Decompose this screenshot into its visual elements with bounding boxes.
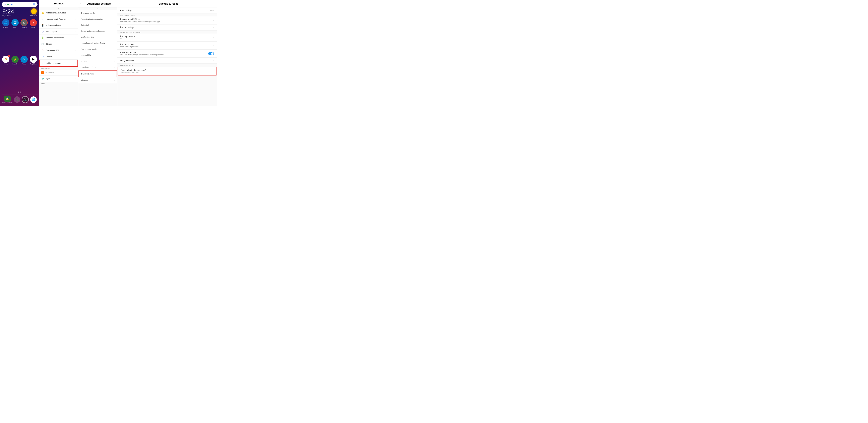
scroll-hint-up2: ▲ (78, 7, 117, 10)
backup-header: ‹ Backup & reset (117, 0, 217, 7)
additional-item-accessibility[interactable]: Accessibility › (78, 52, 117, 58)
backup-item-backupsettings[interactable]: Backup settings › (117, 25, 217, 31)
settings-item-sync[interactable]: ↻ Sync › (39, 76, 78, 82)
label-enterprise: Enterprise mode (81, 12, 114, 14)
backup-item-factory-reset[interactable]: Erase all data (factory reset) Erases al… (118, 67, 217, 75)
chevron-icon: › (75, 62, 75, 64)
additional-item-headphones[interactable]: Headphones & audio effects › (78, 40, 117, 46)
label-autobackups: Auto backups (120, 9, 210, 11)
homescreen-icon: ⌂ (41, 18, 44, 21)
google-logo: Google (4, 3, 13, 6)
backup-item-backupmydata[interactable]: Back up my data On › (117, 33, 217, 41)
app-grid: 🌐 Browser 🖼 Gallery ⚙ Settings ♪ Music G (2, 19, 37, 90)
additional-item-developer[interactable]: Developer options › (78, 64, 117, 70)
settings-label-fullscreen: Full screen display (46, 24, 75, 26)
settings-item-homescreen[interactable]: ⌂ Home screen & Recents › (39, 16, 78, 22)
chevron-icon: › (114, 18, 115, 20)
label-headphones: Headphones & audio effects (81, 42, 114, 44)
app-security[interactable]: ⚡ Security (11, 56, 19, 91)
additional-item-onehanded[interactable]: One-handed mode › (78, 46, 117, 52)
chevron-icon: › (114, 30, 115, 32)
chevron-icon: › (75, 12, 76, 14)
label-restore-micloud: Restore from Mi Cloud (120, 18, 213, 21)
app-gallery[interactable]: 🖼 Gallery (11, 19, 19, 54)
chevron-icon: › (75, 72, 76, 74)
label-authorization: Authorization & revocation (81, 18, 114, 20)
dot-indicator (20, 92, 21, 93)
label-gestures: Button and gesture shortcuts (81, 30, 114, 32)
label-googleaccount: Google Account (120, 59, 213, 62)
camera-icon: 📷 (22, 96, 29, 103)
settings-item-emergency[interactable]: ⚠ Emergency SOS › (39, 47, 78, 53)
backup-item-autobackups[interactable]: Auto backups Off › (117, 7, 217, 13)
app-google[interactable]: G 1 Google (2, 56, 10, 91)
sublabel-backupmydata: On (120, 38, 213, 39)
settings-label-miaccount: Mi Account (45, 72, 75, 74)
additional-item-gestures[interactable]: Button and gesture shortcuts › (78, 28, 117, 34)
search-bar[interactable]: Google 🎙 (2, 2, 37, 7)
settings-label-storage: Storage (46, 43, 75, 45)
chevron-icon: › (114, 73, 114, 75)
settings-item-miaccount[interactable]: M Mi Account › (39, 70, 78, 76)
scroll-hint-up: ▲ (39, 7, 78, 10)
additional-settings-panel: ‹ Additional settings ▲ Enterprise mode … (78, 0, 117, 106)
settings-item-battery[interactable]: 🔋 Battery & performance › (39, 35, 78, 41)
sublabel-factory-reset: Erases all data on phone (121, 71, 213, 73)
mic-icon[interactable]: 🎙 (33, 3, 35, 6)
settings-label-battery: Battery & performance (46, 37, 75, 39)
additional-item-quickball[interactable]: Quick ball › (78, 22, 117, 28)
label-backupsettings: Backup settings (120, 26, 213, 29)
music-icon: ♪ (30, 19, 37, 26)
dot-indicator (18, 92, 19, 93)
chevron-icon: › (213, 36, 214, 38)
chrome-icon: 🌐 (30, 96, 37, 103)
additional-item-backup[interactable]: Backup & reset › (79, 70, 117, 77)
settings-label-google: Google (46, 55, 75, 57)
settings-item-fullscreen[interactable]: 📱 Full screen display › (39, 22, 78, 29)
additional-item-authorization[interactable]: Authorization & revocation › (78, 16, 117, 22)
app-browser[interactable]: 🌐 Browser (2, 19, 10, 54)
value-autobackups: Off (210, 9, 213, 11)
miaccount-icon: M (41, 71, 44, 74)
app-label-browser: Browser (3, 27, 8, 28)
additional-item-mimover[interactable]: Mi Mover › (78, 77, 117, 83)
chevron-icon: › (75, 50, 76, 51)
backup-back-button[interactable]: ‹ (119, 2, 120, 5)
back-button[interactable]: ‹ (80, 2, 81, 5)
app-playstore[interactable]: ▶ Play Store (29, 56, 37, 91)
additional-item-printing[interactable]: Printing › (78, 58, 117, 64)
backup-reset-panel: ‹ Backup & reset Auto backups Off › MI C… (117, 0, 217, 106)
aapuals-logo: 🧙 FROM THE EXPERTS (2, 96, 13, 103)
settings-header: Settings (39, 0, 78, 7)
google-backup-section: GOOGLE BACKUP & RESET (117, 31, 217, 33)
settings-item-secondspace[interactable]: ⬡ Second space › (39, 29, 78, 35)
label-developer: Developer options (81, 66, 114, 68)
chevron-icon: › (213, 70, 213, 72)
app-settings[interactable]: ⚙ Settings (20, 19, 29, 54)
browser-icon: 🌐 (2, 19, 9, 26)
backup-item-autorestore[interactable]: Automatic restore When reinstalling an a… (117, 50, 217, 58)
settings-title: Settings (53, 2, 64, 5)
tools-icon: 🔧 (21, 56, 28, 63)
app-tools[interactable]: 🔧 Tools (20, 56, 29, 91)
time-weather-block: 9:24 Fri, June 28 Clear 33°C (2, 8, 37, 17)
backup-item-googleaccount[interactable]: Google Account › (117, 58, 217, 64)
settings-item-additional[interactable]: ··· Additional settings › (39, 60, 78, 67)
additional-list: ▲ Enterprise mode › Authorization & revo… (78, 7, 117, 106)
label-factory-reset: Erase all data (factory reset) (121, 69, 213, 71)
settings-list: ▲ 🔔 Notifications & status bar › ⌂ Home … (39, 7, 78, 106)
backup-item-restore-micloud[interactable]: Restore from Mi Cloud Restore system set… (117, 17, 217, 25)
app-music[interactable]: ♪ Music (29, 19, 37, 54)
toggle-autorestore[interactable] (208, 52, 214, 55)
label-accessibility: Accessibility (81, 54, 114, 56)
chevron-icon: › (75, 78, 76, 80)
chevron-icon: › (114, 79, 115, 81)
backup-item-backupaccount[interactable]: Backup account bash7ahmed@gmail.com › (117, 41, 217, 50)
settings-item-storage[interactable]: 🕐 Storage › (39, 41, 78, 47)
sublabel-restore-micloud: Restore system settings, Home screen lay… (120, 21, 213, 23)
settings-item-google[interactable]: G Google › (39, 53, 78, 60)
sync-icon: ↻ (41, 77, 44, 80)
additional-item-enterprise[interactable]: Enterprise mode › (78, 10, 117, 16)
settings-item-notifications[interactable]: 🔔 Notifications & status bar › (39, 10, 78, 16)
additional-item-notificationlight[interactable]: Notification light › (78, 34, 117, 40)
